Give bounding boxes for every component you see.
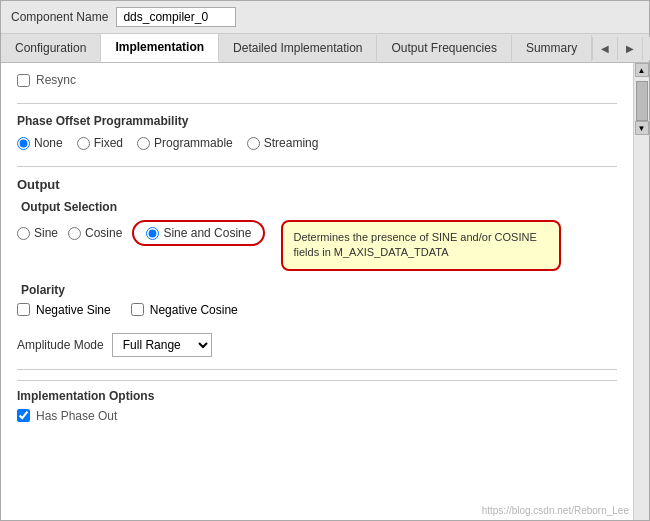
tab-output-frequencies[interactable]: Output Frequencies: [377, 35, 511, 61]
has-phase-out-row: Has Phase Out: [17, 409, 617, 423]
tab-nav: ◀ ▶ ☰: [592, 37, 650, 60]
radio-cosine-label: Cosine: [85, 226, 122, 240]
divider-2: [17, 166, 617, 167]
has-phase-out-label: Has Phase Out: [36, 409, 117, 423]
scroll-down-button[interactable]: ▼: [635, 121, 649, 135]
title-bar: Component Name: [1, 1, 649, 34]
negative-cosine-checkbox[interactable]: [131, 303, 144, 316]
polarity-title: Polarity: [17, 283, 617, 297]
output-title: Output: [17, 177, 617, 192]
implementation-options-title: Implementation Options: [17, 389, 617, 403]
tab-configuration[interactable]: Configuration: [1, 35, 101, 61]
output-selection-title: Output Selection: [17, 200, 617, 214]
radio-sine-label: Sine: [34, 226, 58, 240]
amplitude-mode-section: Amplitude Mode Full Range Unit Circle: [17, 333, 617, 357]
sine-cosine-group: Sine Cosine Sine and Cosine: [17, 220, 265, 246]
radio-fixed-input[interactable]: [77, 137, 90, 150]
resync-checkbox[interactable]: [17, 74, 30, 87]
scrollbar: ▲ ▼: [633, 63, 649, 520]
watermark: https://blog.csdn.net/Reborn_Lee: [482, 505, 629, 516]
main-window: Component Name Configuration Implementat…: [0, 0, 650, 521]
radio-streaming[interactable]: Streaming: [247, 136, 319, 150]
radio-cosine[interactable]: Cosine: [68, 226, 122, 240]
radio-sine-input[interactable]: [17, 227, 30, 240]
tab-next-arrow[interactable]: ▶: [617, 37, 642, 60]
component-name-input[interactable]: [116, 7, 236, 27]
phase-offset-radio-group: None Fixed Programmable Streaming: [17, 136, 617, 150]
phase-offset-title: Phase Offset Programmability: [17, 114, 617, 128]
divider-3: [17, 369, 617, 370]
info-box-text: Determines the presence of SINE and/or C…: [293, 231, 536, 258]
radio-none-input[interactable]: [17, 137, 30, 150]
radio-none[interactable]: None: [17, 136, 63, 150]
radio-sine-and-cosine[interactable]: Sine and Cosine: [146, 226, 251, 240]
resync-section: Resync: [17, 73, 617, 87]
amplitude-mode-label: Amplitude Mode: [17, 338, 104, 352]
tab-menu-button[interactable]: ☰: [642, 37, 650, 60]
negative-sine-checkbox[interactable]: [17, 303, 30, 316]
radio-sine-and-cosine-input[interactable]: [146, 227, 159, 240]
tab-detailed-implementation[interactable]: Detailed Implementation: [219, 35, 377, 61]
radio-streaming-label: Streaming: [264, 136, 319, 150]
divider-1: [17, 103, 617, 104]
polarity-section: Polarity Negative Sine Negative Cosine: [17, 283, 617, 321]
radio-sine-and-cosine-label: Sine and Cosine: [163, 226, 251, 240]
negative-sine-label[interactable]: Negative Sine: [17, 303, 111, 317]
scroll-up-button[interactable]: ▲: [635, 63, 649, 77]
radio-programmable[interactable]: Programmable: [137, 136, 233, 150]
tab-prev-arrow[interactable]: ◀: [592, 37, 617, 60]
output-section: Output Output Selection Sine Cosine: [17, 177, 617, 357]
resync-label: Resync: [36, 73, 76, 87]
scroll-thumb[interactable]: [636, 81, 648, 121]
sine-and-cosine-selected: Sine and Cosine: [132, 220, 265, 246]
radio-cosine-input[interactable]: [68, 227, 81, 240]
content-area: Resync Phase Offset Programmability None…: [1, 63, 633, 520]
negative-sine-text: Negative Sine: [36, 303, 111, 317]
radio-programmable-label: Programmable: [154, 136, 233, 150]
phase-offset-section: Phase Offset Programmability None Fixed …: [17, 114, 617, 150]
radio-fixed-label: Fixed: [94, 136, 123, 150]
tab-summary[interactable]: Summary: [512, 35, 592, 61]
radio-streaming-input[interactable]: [247, 137, 260, 150]
radio-programmable-input[interactable]: [137, 137, 150, 150]
has-phase-out-checkbox[interactable]: [17, 409, 30, 422]
output-selection-row: Sine Cosine Sine and Cosine: [17, 220, 617, 271]
polarity-checkboxes: Negative Sine Negative Cosine: [17, 303, 617, 321]
tab-implementation[interactable]: Implementation: [101, 34, 219, 62]
amplitude-mode-select[interactable]: Full Range Unit Circle: [112, 333, 212, 357]
tab-bar: Configuration Implementation Detailed Im…: [1, 34, 649, 63]
implementation-options-section: Implementation Options Has Phase Out: [17, 380, 617, 423]
resync-row: Resync: [17, 73, 617, 87]
radio-sine[interactable]: Sine: [17, 226, 58, 240]
info-box: Determines the presence of SINE and/or C…: [281, 220, 561, 271]
component-name-label: Component Name: [11, 10, 108, 24]
negative-cosine-label[interactable]: Negative Cosine: [131, 303, 238, 317]
radio-fixed[interactable]: Fixed: [77, 136, 123, 150]
negative-cosine-text: Negative Cosine: [150, 303, 238, 317]
radio-none-label: None: [34, 136, 63, 150]
main-area: Resync Phase Offset Programmability None…: [1, 63, 649, 520]
